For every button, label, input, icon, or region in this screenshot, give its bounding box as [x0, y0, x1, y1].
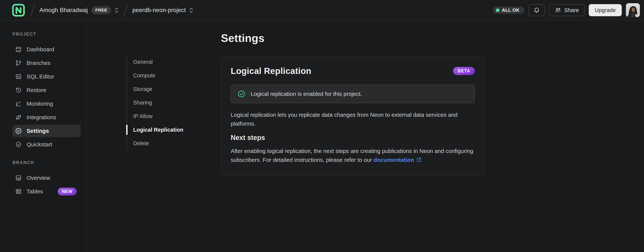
logical-replication-card: Logical Replication BETA Logical replica…: [221, 56, 484, 175]
sidebar-item-integrations[interactable]: Integrations: [12, 111, 81, 124]
terminal-icon: [15, 73, 22, 80]
card-description: Logical replication lets you replicate d…: [231, 110, 475, 128]
neon-console: Amogh Bharadwaj FREE peerdb-neon-project…: [0, 0, 644, 252]
sidebar-item-dashboard[interactable]: Dashboard: [12, 43, 81, 56]
history-clock-icon: [15, 87, 22, 93]
sidebar-item-label: Dashboard: [26, 46, 54, 53]
sidebar-item-label: Branches: [26, 60, 50, 66]
topbar-actions: ALL OK: [493, 3, 640, 17]
breadcrumb-separator: [123, 4, 128, 16]
status-label: ALL OK: [502, 8, 520, 13]
topbar: Amogh Bharadwaj FREE peerdb-neon-project…: [0, 0, 644, 21]
plan-badge: FREE: [92, 6, 111, 14]
next-steps-paragraph: After enabling logical replication, the …: [231, 146, 475, 164]
breadcrumb-project[interactable]: peerdb-neon-project: [132, 7, 186, 14]
beta-badge: BETA: [453, 67, 475, 75]
share-button[interactable]: Share: [549, 4, 584, 16]
sidebar-item-label: SQL Editor: [26, 73, 54, 80]
sidebar-item-monitoring[interactable]: Monitoring: [12, 98, 81, 110]
documentation-link[interactable]: documentation: [374, 157, 414, 163]
next-steps-text: After enabling logical replication, the …: [231, 148, 475, 163]
sidebar-item-label: Restore: [26, 87, 46, 93]
external-link-icon: [416, 157, 422, 163]
gear-icon: [15, 128, 22, 134]
org-selector-chevron-icon[interactable]: [114, 6, 119, 14]
notifications-button[interactable]: [528, 4, 545, 16]
sidebar-item-label: Monitoring: [26, 100, 53, 107]
settings-nav-delete[interactable]: Delete: [127, 136, 191, 150]
settings-nav-storage[interactable]: Storage: [127, 82, 191, 96]
settings-nav-compute[interactable]: Compute: [127, 69, 191, 82]
breadcrumb-separator: [30, 4, 35, 16]
project-selector-chevron-icon[interactable]: [189, 6, 194, 14]
sidebar-item-quickstart[interactable]: Quickstart: [12, 138, 81, 151]
settings-nav-logical-replication[interactable]: Logical Replication: [127, 123, 191, 136]
success-check-icon: [238, 90, 246, 98]
neon-logo-icon[interactable]: [11, 3, 26, 18]
sidebar-item-restore[interactable]: Restore: [12, 84, 81, 96]
sidebar: PROJECT Dashboard Branches: [0, 21, 86, 252]
settings-nav-general[interactable]: General: [127, 55, 191, 69]
sidebar-item-label: Integrations: [26, 114, 56, 120]
chart-line-icon: [15, 100, 22, 107]
breadcrumb-org[interactable]: Amogh Bharadwaj: [40, 7, 88, 14]
new-badge: NEW: [58, 188, 77, 196]
upgrade-label: Upgrade: [595, 7, 616, 14]
check-circle-icon: [15, 141, 22, 148]
avatar[interactable]: [626, 3, 640, 17]
sidebar-section-project: PROJECT: [12, 32, 86, 37]
settings-nav-sharing[interactable]: Sharing: [127, 96, 191, 110]
upgrade-button[interactable]: Upgrade: [589, 4, 622, 16]
next-steps-heading: Next steps: [231, 134, 475, 142]
status-dot-icon: [496, 8, 500, 12]
sidebar-item-branches[interactable]: Branches: [12, 57, 81, 69]
success-banner-text: Logical replication is enabled for this …: [251, 91, 362, 97]
card-title: Logical Replication: [231, 66, 311, 76]
window-icon: [15, 175, 22, 181]
sidebar-item-overview[interactable]: Overview: [12, 172, 81, 184]
git-branch-icon: [15, 60, 22, 66]
table-icon: [15, 188, 22, 195]
sidebar-item-sql-editor[interactable]: SQL Editor: [12, 70, 81, 83]
sidebar-item-label: Quickstart: [26, 141, 52, 148]
bell-icon: [533, 7, 540, 14]
settings-nav: General Compute Storage Sharing IP Allow…: [126, 55, 191, 150]
share-label: Share: [564, 7, 579, 14]
sidebar-item-label: Tables: [26, 188, 43, 195]
sidebar-item-tables[interactable]: Tables NEW: [12, 185, 81, 198]
status-pill[interactable]: ALL OK: [493, 6, 524, 14]
success-banner: Logical replication is enabled for this …: [231, 85, 475, 103]
workflow-sync-icon: [15, 114, 22, 120]
dashboard-icon: [15, 46, 22, 53]
sidebar-item-label: Overview: [26, 175, 50, 181]
page-title: Settings: [221, 32, 264, 44]
people-icon: [554, 7, 562, 14]
sidebar-item-settings[interactable]: Settings: [12, 125, 81, 137]
settings-nav-ip-allow[interactable]: IP Allow: [127, 110, 191, 123]
sidebar-item-label: Settings: [26, 128, 49, 134]
sidebar-section-branch: BRANCH: [12, 160, 86, 165]
